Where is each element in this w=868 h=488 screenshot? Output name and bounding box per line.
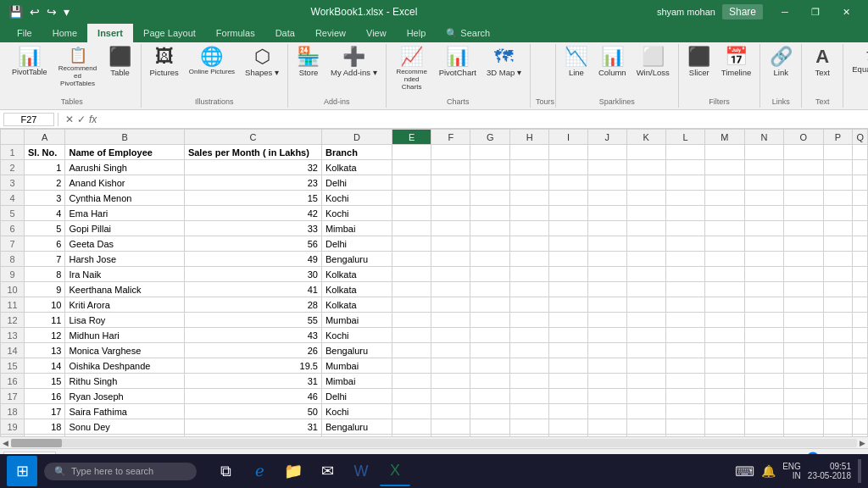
taskbar-word[interactable]: W	[346, 456, 376, 486]
text-button[interactable]: A Text	[807, 46, 837, 79]
cell-j[interactable]	[587, 297, 626, 313]
cell-l[interactable]	[665, 374, 704, 389]
cell-g[interactable]	[470, 358, 510, 374]
cell-employee-name[interactable]: Geeta Das	[65, 236, 184, 252]
cell-i[interactable]	[549, 252, 587, 267]
cell-g[interactable]	[470, 282, 510, 297]
cell-q[interactable]	[853, 145, 868, 160]
store-button[interactable]: 🏪 Store	[293, 46, 324, 79]
tab-review[interactable]: Review	[305, 24, 356, 42]
cell-p[interactable]	[823, 419, 853, 435]
cell-branch[interactable]: Kochi	[321, 191, 392, 206]
cell-p[interactable]	[823, 221, 853, 236]
cell-h[interactable]	[510, 343, 549, 358]
cell-k[interactable]	[626, 343, 665, 358]
taskbar-mail[interactable]: ✉	[312, 456, 342, 486]
cell-employee-name[interactable]: Ema Hari	[65, 206, 184, 221]
cell-g[interactable]	[470, 236, 510, 252]
cell-n[interactable]	[744, 145, 783, 160]
cell-employee-name[interactable]: Keerthana Malick	[65, 282, 184, 297]
col-header-g[interactable]: G	[470, 130, 510, 145]
cell-o[interactable]	[784, 160, 824, 175]
column-spark-button[interactable]: 📊 Column	[595, 46, 630, 79]
cell-m[interactable]	[704, 206, 744, 221]
cell-k[interactable]	[626, 160, 665, 175]
cell-f[interactable]	[431, 282, 470, 297]
cell-branch[interactable]: Bengaluru	[321, 419, 392, 435]
cell-e[interactable]	[392, 435, 431, 437]
cell-n[interactable]	[744, 160, 783, 175]
cell-p[interactable]	[823, 358, 853, 374]
cell-m[interactable]	[704, 419, 744, 435]
cell-q[interactable]	[853, 343, 868, 358]
cell-o[interactable]	[784, 435, 824, 437]
cell-h[interactable]	[510, 145, 549, 160]
col-header-m[interactable]: M	[704, 130, 744, 145]
cell-i[interactable]	[549, 343, 587, 358]
cell-l[interactable]	[665, 175, 704, 191]
cell-j[interactable]	[587, 282, 626, 297]
cell-n[interactable]	[744, 297, 783, 313]
cell-p[interactable]	[823, 282, 853, 297]
show-desktop-button[interactable]	[858, 459, 861, 483]
equation-button[interactable]: π Equation ▾	[849, 46, 868, 75]
cell-l[interactable]	[665, 191, 704, 206]
cell-q[interactable]	[853, 389, 868, 404]
cell-f[interactable]	[431, 236, 470, 252]
cell-branch[interactable]: Kochi	[321, 206, 392, 221]
cell-n[interactable]	[744, 267, 783, 282]
cell-p[interactable]	[823, 191, 853, 206]
cell-branch[interactable]: Delhi	[321, 175, 392, 191]
cell-sl-no[interactable]: 2	[25, 175, 65, 191]
cell-j[interactable]	[587, 358, 626, 374]
cell-i[interactable]	[549, 221, 587, 236]
notification-icon[interactable]: 🔔	[761, 464, 776, 478]
cell-sl-no[interactable]: 4	[25, 206, 65, 221]
cell-h[interactable]	[510, 252, 549, 267]
cell-m[interactable]	[704, 389, 744, 404]
cell-o[interactable]	[784, 252, 824, 267]
insert-function-icon[interactable]: fx	[89, 114, 97, 125]
cell-sales[interactable]: 55	[184, 313, 321, 328]
cell-n[interactable]	[744, 404, 783, 419]
cell-n[interactable]	[744, 374, 783, 389]
taskbar-task-view[interactable]: ⧉	[210, 456, 241, 486]
cell-e[interactable]	[392, 297, 431, 313]
cell-g[interactable]	[470, 435, 510, 437]
cell-sales[interactable]: 42	[184, 206, 321, 221]
cell-l[interactable]	[665, 206, 704, 221]
cell-e[interactable]	[392, 206, 431, 221]
cell-i[interactable]	[549, 191, 587, 206]
cell-j[interactable]	[587, 160, 626, 175]
recommended-charts-button[interactable]: 📈 Recommended Charts	[392, 46, 432, 92]
cell-p[interactable]	[823, 389, 853, 404]
cell-sl-no[interactable]: 8	[25, 267, 65, 282]
cell-g[interactable]	[470, 160, 510, 175]
cell-i[interactable]	[549, 160, 587, 175]
cell-n[interactable]	[744, 282, 783, 297]
slicer-button[interactable]: ⬛ Slicer	[684, 46, 715, 79]
cell-branch[interactable]: Kochi	[321, 404, 392, 419]
cell-q[interactable]	[853, 419, 868, 435]
cell-n[interactable]	[744, 175, 783, 191]
col-header-c[interactable]: C	[184, 130, 321, 145]
cell-q[interactable]	[853, 267, 868, 282]
cell-sl-no[interactable]: 11	[25, 313, 65, 328]
col-header-b[interactable]: B	[65, 130, 184, 145]
cell-p[interactable]	[823, 374, 853, 389]
cell-sales[interactable]: 33	[184, 435, 321, 437]
cell-f[interactable]	[431, 206, 470, 221]
col-header-o[interactable]: O	[784, 130, 824, 145]
cell-h[interactable]	[510, 435, 549, 437]
formula-input[interactable]	[103, 114, 865, 125]
cell-k[interactable]	[626, 145, 665, 160]
cell-l[interactable]	[665, 282, 704, 297]
cell-k[interactable]	[626, 282, 665, 297]
cell-h[interactable]	[510, 374, 549, 389]
cell-h[interactable]	[510, 221, 549, 236]
cell-e[interactable]	[392, 175, 431, 191]
cell-o[interactable]	[784, 374, 824, 389]
cell-j[interactable]	[587, 145, 626, 160]
start-button[interactable]: ⊞	[7, 456, 37, 486]
cell-branch[interactable]: Mumbai	[321, 358, 392, 374]
